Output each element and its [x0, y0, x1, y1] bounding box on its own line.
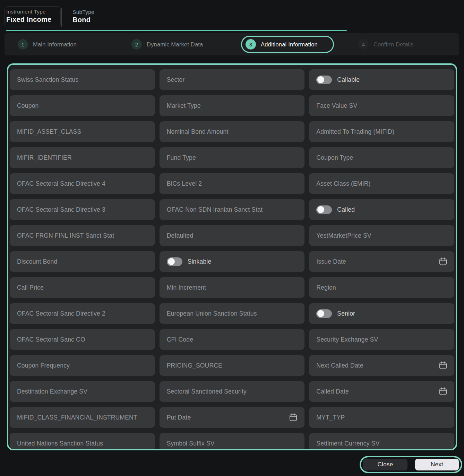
field-ofac-non-sdn-iranian-sanct-stat[interactable]: OFAC Non SDN Iranian Sanct Stat [160, 199, 305, 220]
toggle-switch-callable[interactable] [316, 76, 332, 84]
field-market-type[interactable]: Market Type [160, 95, 305, 116]
field-placeholder: Market Type [167, 102, 201, 109]
field-sectoral-sanctioned-security[interactable]: Sectoral Sanctioned Security [160, 381, 305, 402]
field-placeholder: MIFIR_IDENTIFIER [17, 154, 72, 161]
instrument-type-group[interactable]: Instrument Type Fixed Income [4, 6, 61, 27]
field-callable[interactable]: Callable [309, 69, 454, 90]
subtype-value: Bond [72, 16, 94, 24]
stepper-bar: 1 Main Information 2 Dynamic Market Data… [5, 33, 459, 55]
step-confirm-details[interactable]: 4 Confirm Details [358, 33, 414, 55]
field-placeholder: Put Date [167, 414, 191, 421]
step-label: Confirm Details [373, 41, 414, 48]
step-main-information[interactable]: 1 Main Information [18, 33, 77, 55]
field-placeholder: Security Exchange SV [316, 336, 378, 343]
field-min-increment[interactable]: Min Increment [160, 277, 305, 298]
field-call-price[interactable]: Call Price [10, 277, 155, 298]
field-sector[interactable]: Sector [160, 69, 305, 90]
field-ofac-sectoral-sanc-directive-2[interactable]: OFAC Sectoral Sanc Directive 2 [10, 303, 155, 324]
field-asset-class-emir[interactable]: Asset Class (EMIR) [309, 173, 454, 194]
close-button[interactable]: Close [363, 459, 407, 470]
next-button[interactable]: Next [415, 459, 459, 470]
step-number-badge: 1 [18, 39, 28, 50]
field-swiss-sanction-status[interactable]: Swiss Sanction Status [10, 69, 155, 90]
field-placeholder: European Union Sanction Status [167, 310, 257, 317]
field-put-date[interactable]: Put Date [160, 407, 305, 428]
field-placeholder: Coupon Frequency [17, 362, 70, 369]
field-nominal-bond-amount[interactable]: Nominal Bond Amount [160, 121, 305, 142]
field-admitted-to-trading-mifid[interactable]: Admitted To Trading (MIFID) [309, 121, 454, 142]
field-european-union-sanction-status[interactable]: European Union Sanction Status [160, 303, 305, 324]
field-ofac-frgn-finl-inst-sanct-stat[interactable]: OFAC FRGN FINL INST Sanct Stat [10, 225, 155, 246]
calendar-icon[interactable] [438, 257, 448, 266]
field-destination-exchange-sv[interactable]: Destination Exchange SV [10, 381, 155, 402]
progress-underline [6, 30, 347, 31]
field-placeholder: Region [316, 284, 336, 291]
field-called-date[interactable]: Called Date [309, 381, 454, 402]
instrument-type-label: Instrument Type [6, 9, 51, 15]
field-placeholder: OFAC Non SDN Iranian Sanct Stat [167, 206, 263, 213]
calendar-icon[interactable] [289, 413, 298, 422]
field-placeholder: Face Value SV [316, 102, 357, 109]
field-cfi-code[interactable]: CFI Code [160, 329, 305, 350]
field-placeholder: OFAC Sectoral Sanc Directive 4 [17, 180, 105, 187]
field-ofac-sectoral-sanc-directive-3[interactable]: OFAC Sectoral Sanc Directive 3 [10, 199, 155, 220]
field-ofac-sectoral-sanc-directive-4[interactable]: OFAC Sectoral Sanc Directive 4 [10, 173, 155, 194]
field-yestmarketprice-sv[interactable]: YestMarketPrice SV [309, 225, 454, 246]
field-face-value-sv[interactable]: Face Value SV [309, 95, 454, 116]
field-issue-date[interactable]: Issue Date [309, 251, 454, 272]
field-coupon[interactable]: Coupon [10, 95, 155, 116]
field-called[interactable]: Called [309, 199, 454, 220]
field-security-exchange-sv[interactable]: Security Exchange SV [309, 329, 454, 350]
breadcrumb: Instrument Type Fixed Income SubType Bon… [4, 6, 104, 27]
field-placeholder: BICs Level 2 [167, 180, 202, 187]
field-bics-level-2[interactable]: BICs Level 2 [160, 173, 305, 194]
field-discount-bond[interactable]: Discount Bond [10, 251, 155, 272]
additional-information-form-panel: Swiss Sanction StatusSectorCallableCoupo… [7, 63, 457, 450]
toggle-switch-sinkable[interactable] [167, 257, 182, 266]
field-placeholder: Coupon Type [316, 154, 353, 161]
step-number-badge: 3 [246, 39, 256, 50]
step-label: Main Information [33, 41, 77, 48]
field-mifir-identifier[interactable]: MIFIR_IDENTIFIER [10, 147, 155, 168]
instrument-type-value: Fixed Income [6, 16, 51, 24]
toggle-knob [317, 310, 324, 317]
field-placeholder: Call Price [17, 284, 44, 291]
field-pricing-source[interactable]: PRICING_SOURCE [160, 355, 305, 376]
calendar-icon[interactable] [438, 361, 448, 370]
field-label: Called [337, 206, 355, 213]
field-placeholder: Asset Class (EMIR) [316, 180, 370, 187]
field-next-called-date[interactable]: Next Called Date [309, 355, 454, 376]
field-placeholder: Sector [167, 76, 185, 83]
step-label: Additional Information [261, 41, 318, 48]
field-placeholder: OFAC Sectoral Sanc CO [17, 336, 85, 343]
field-coupon-frequency[interactable]: Coupon Frequency [10, 355, 155, 376]
field-settlment-currency-sv[interactable]: Settlment Currency SV [309, 433, 454, 450]
step-number-badge: 4 [358, 39, 369, 50]
field-mifid-asset-class[interactable]: MIFID_ASSET_CLASS [10, 121, 155, 142]
field-coupon-type[interactable]: Coupon Type [309, 147, 454, 168]
field-myt-typ[interactable]: MYT_TYP [309, 407, 454, 428]
step-dynamic-market-data[interactable]: 2 Dynamic Market Data [131, 33, 203, 55]
field-defaulted[interactable]: Defaulted [160, 225, 305, 246]
field-label: Callable [337, 76, 360, 83]
field-senior[interactable]: Senior [309, 303, 454, 324]
field-symbol-suffix-sv[interactable]: Symbol Suffix SV [160, 433, 305, 450]
step-additional-information-active-ring[interactable]: 3 Additional Information [241, 36, 334, 53]
calendar-icon[interactable] [438, 387, 448, 396]
field-placeholder: OFAC FRGN FINL INST Sanct Stat [17, 232, 114, 239]
toggle-switch-senior[interactable] [316, 309, 332, 318]
field-mifid-class-financial-instrument[interactable]: MIFID_CLASS_FINANCIAL_INSTRUMENT [10, 407, 155, 428]
field-united-nations-sanction-status[interactable]: United Nations Sanction Status [10, 433, 155, 450]
field-sinkable[interactable]: Sinkable [160, 251, 305, 272]
instrument-wizard-screen: Instrument Type Fixed Income SubType Bon… [0, 0, 464, 476]
toggle-switch-called[interactable] [316, 205, 332, 214]
field-placeholder: Settlment Currency SV [316, 440, 379, 447]
field-ofac-sectoral-sanc-co[interactable]: OFAC Sectoral Sanc CO [10, 329, 155, 350]
subtype-group: SubType Bond [72, 6, 104, 27]
step-label: Dynamic Market Data [147, 41, 203, 48]
field-label: Sinkable [188, 258, 212, 265]
field-fund-type[interactable]: Fund Type [160, 147, 305, 168]
field-placeholder: YestMarketPrice SV [316, 232, 371, 239]
field-placeholder: MYT_TYP [316, 414, 345, 421]
field-region[interactable]: Region [309, 277, 454, 298]
